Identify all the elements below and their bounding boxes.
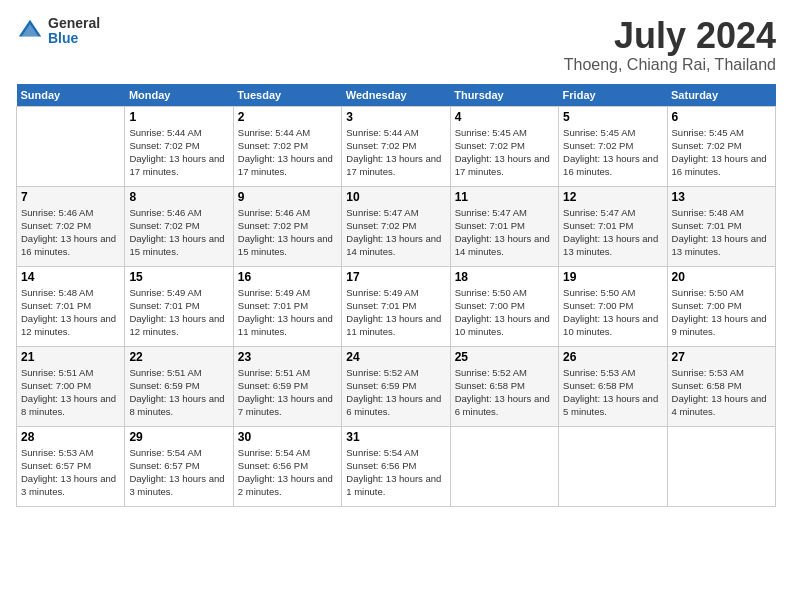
cell-sun-info: Sunrise: 5:44 AM Sunset: 7:02 PM Dayligh…: [238, 126, 337, 179]
date-number: 30: [238, 430, 337, 444]
cell-sun-info: Sunrise: 5:47 AM Sunset: 7:02 PM Dayligh…: [346, 206, 445, 259]
cell-sun-info: Sunrise: 5:44 AM Sunset: 7:02 PM Dayligh…: [129, 126, 228, 179]
month-title: July 2024: [564, 16, 776, 56]
date-number: 21: [21, 350, 120, 364]
calendar-cell: 20Sunrise: 5:50 AM Sunset: 7:00 PM Dayli…: [667, 266, 775, 346]
date-number: 1: [129, 110, 228, 124]
cell-sun-info: Sunrise: 5:51 AM Sunset: 7:00 PM Dayligh…: [21, 366, 120, 419]
cell-sun-info: Sunrise: 5:54 AM Sunset: 6:56 PM Dayligh…: [238, 446, 337, 499]
cell-sun-info: Sunrise: 5:48 AM Sunset: 7:01 PM Dayligh…: [21, 286, 120, 339]
date-number: 5: [563, 110, 662, 124]
calendar-cell: 13Sunrise: 5:48 AM Sunset: 7:01 PM Dayli…: [667, 186, 775, 266]
date-number: 29: [129, 430, 228, 444]
date-number: 2: [238, 110, 337, 124]
logo-blue-text: Blue: [48, 31, 100, 46]
column-header-sunday: Sunday: [17, 84, 125, 107]
cell-sun-info: Sunrise: 5:46 AM Sunset: 7:02 PM Dayligh…: [129, 206, 228, 259]
calendar-cell: 15Sunrise: 5:49 AM Sunset: 7:01 PM Dayli…: [125, 266, 233, 346]
date-number: 10: [346, 190, 445, 204]
date-number: 27: [672, 350, 771, 364]
calendar-week-4: 21Sunrise: 5:51 AM Sunset: 7:00 PM Dayli…: [17, 346, 776, 426]
date-number: 3: [346, 110, 445, 124]
date-number: 18: [455, 270, 554, 284]
cell-sun-info: Sunrise: 5:48 AM Sunset: 7:01 PM Dayligh…: [672, 206, 771, 259]
calendar-cell: 31Sunrise: 5:54 AM Sunset: 6:56 PM Dayli…: [342, 426, 450, 506]
cell-sun-info: Sunrise: 5:53 AM Sunset: 6:58 PM Dayligh…: [563, 366, 662, 419]
cell-sun-info: Sunrise: 5:50 AM Sunset: 7:00 PM Dayligh…: [455, 286, 554, 339]
calendar-cell: [450, 426, 558, 506]
cell-sun-info: Sunrise: 5:49 AM Sunset: 7:01 PM Dayligh…: [238, 286, 337, 339]
cell-sun-info: Sunrise: 5:46 AM Sunset: 7:02 PM Dayligh…: [21, 206, 120, 259]
calendar-cell: 27Sunrise: 5:53 AM Sunset: 6:58 PM Dayli…: [667, 346, 775, 426]
title-area: July 2024 Thoeng, Chiang Rai, Thailand: [564, 16, 776, 74]
column-header-thursday: Thursday: [450, 84, 558, 107]
date-number: 17: [346, 270, 445, 284]
column-header-wednesday: Wednesday: [342, 84, 450, 107]
calendar-cell: 18Sunrise: 5:50 AM Sunset: 7:00 PM Dayli…: [450, 266, 558, 346]
calendar-cell: 10Sunrise: 5:47 AM Sunset: 7:02 PM Dayli…: [342, 186, 450, 266]
cell-sun-info: Sunrise: 5:45 AM Sunset: 7:02 PM Dayligh…: [455, 126, 554, 179]
cell-sun-info: Sunrise: 5:47 AM Sunset: 7:01 PM Dayligh…: [563, 206, 662, 259]
cell-sun-info: Sunrise: 5:52 AM Sunset: 6:58 PM Dayligh…: [455, 366, 554, 419]
cell-sun-info: Sunrise: 5:47 AM Sunset: 7:01 PM Dayligh…: [455, 206, 554, 259]
calendar-cell: 16Sunrise: 5:49 AM Sunset: 7:01 PM Dayli…: [233, 266, 341, 346]
calendar-body: 1Sunrise: 5:44 AM Sunset: 7:02 PM Daylig…: [17, 106, 776, 506]
calendar-cell: 12Sunrise: 5:47 AM Sunset: 7:01 PM Dayli…: [559, 186, 667, 266]
cell-sun-info: Sunrise: 5:46 AM Sunset: 7:02 PM Dayligh…: [238, 206, 337, 259]
date-number: 4: [455, 110, 554, 124]
cell-sun-info: Sunrise: 5:54 AM Sunset: 6:56 PM Dayligh…: [346, 446, 445, 499]
calendar-cell: [17, 106, 125, 186]
calendar-cell: 5Sunrise: 5:45 AM Sunset: 7:02 PM Daylig…: [559, 106, 667, 186]
cell-sun-info: Sunrise: 5:54 AM Sunset: 6:57 PM Dayligh…: [129, 446, 228, 499]
cell-sun-info: Sunrise: 5:53 AM Sunset: 6:57 PM Dayligh…: [21, 446, 120, 499]
date-number: 20: [672, 270, 771, 284]
calendar-cell: 28Sunrise: 5:53 AM Sunset: 6:57 PM Dayli…: [17, 426, 125, 506]
column-header-tuesday: Tuesday: [233, 84, 341, 107]
date-number: 25: [455, 350, 554, 364]
calendar-cell: 8Sunrise: 5:46 AM Sunset: 7:02 PM Daylig…: [125, 186, 233, 266]
logo: General Blue: [16, 16, 100, 47]
page-header: General Blue July 2024 Thoeng, Chiang Ra…: [16, 16, 776, 74]
logo-general-text: General: [48, 16, 100, 31]
calendar-cell: 4Sunrise: 5:45 AM Sunset: 7:02 PM Daylig…: [450, 106, 558, 186]
calendar-week-3: 14Sunrise: 5:48 AM Sunset: 7:01 PM Dayli…: [17, 266, 776, 346]
date-number: 13: [672, 190, 771, 204]
logo-icon: [16, 17, 44, 45]
date-number: 8: [129, 190, 228, 204]
cell-sun-info: Sunrise: 5:50 AM Sunset: 7:00 PM Dayligh…: [672, 286, 771, 339]
calendar-cell: 11Sunrise: 5:47 AM Sunset: 7:01 PM Dayli…: [450, 186, 558, 266]
calendar-cell: 14Sunrise: 5:48 AM Sunset: 7:01 PM Dayli…: [17, 266, 125, 346]
cell-sun-info: Sunrise: 5:44 AM Sunset: 7:02 PM Dayligh…: [346, 126, 445, 179]
calendar-cell: 9Sunrise: 5:46 AM Sunset: 7:02 PM Daylig…: [233, 186, 341, 266]
date-number: 11: [455, 190, 554, 204]
date-number: 9: [238, 190, 337, 204]
date-number: 7: [21, 190, 120, 204]
date-number: 28: [21, 430, 120, 444]
calendar-cell: 25Sunrise: 5:52 AM Sunset: 6:58 PM Dayli…: [450, 346, 558, 426]
date-number: 22: [129, 350, 228, 364]
calendar-cell: 26Sunrise: 5:53 AM Sunset: 6:58 PM Dayli…: [559, 346, 667, 426]
calendar-cell: 17Sunrise: 5:49 AM Sunset: 7:01 PM Dayli…: [342, 266, 450, 346]
column-header-friday: Friday: [559, 84, 667, 107]
date-number: 24: [346, 350, 445, 364]
calendar-cell: 7Sunrise: 5:46 AM Sunset: 7:02 PM Daylig…: [17, 186, 125, 266]
calendar-cell: 3Sunrise: 5:44 AM Sunset: 7:02 PM Daylig…: [342, 106, 450, 186]
cell-sun-info: Sunrise: 5:45 AM Sunset: 7:02 PM Dayligh…: [563, 126, 662, 179]
date-number: 14: [21, 270, 120, 284]
calendar-cell: 30Sunrise: 5:54 AM Sunset: 6:56 PM Dayli…: [233, 426, 341, 506]
cell-sun-info: Sunrise: 5:49 AM Sunset: 7:01 PM Dayligh…: [346, 286, 445, 339]
column-header-monday: Monday: [125, 84, 233, 107]
date-number: 23: [238, 350, 337, 364]
calendar-cell: 24Sunrise: 5:52 AM Sunset: 6:59 PM Dayli…: [342, 346, 450, 426]
cell-sun-info: Sunrise: 5:50 AM Sunset: 7:00 PM Dayligh…: [563, 286, 662, 339]
calendar-header-row: SundayMondayTuesdayWednesdayThursdayFrid…: [17, 84, 776, 107]
cell-sun-info: Sunrise: 5:53 AM Sunset: 6:58 PM Dayligh…: [672, 366, 771, 419]
calendar-table: SundayMondayTuesdayWednesdayThursdayFrid…: [16, 84, 776, 507]
date-number: 16: [238, 270, 337, 284]
date-number: 31: [346, 430, 445, 444]
calendar-cell: [667, 426, 775, 506]
date-number: 6: [672, 110, 771, 124]
calendar-cell: [559, 426, 667, 506]
logo-text: General Blue: [48, 16, 100, 47]
date-number: 26: [563, 350, 662, 364]
